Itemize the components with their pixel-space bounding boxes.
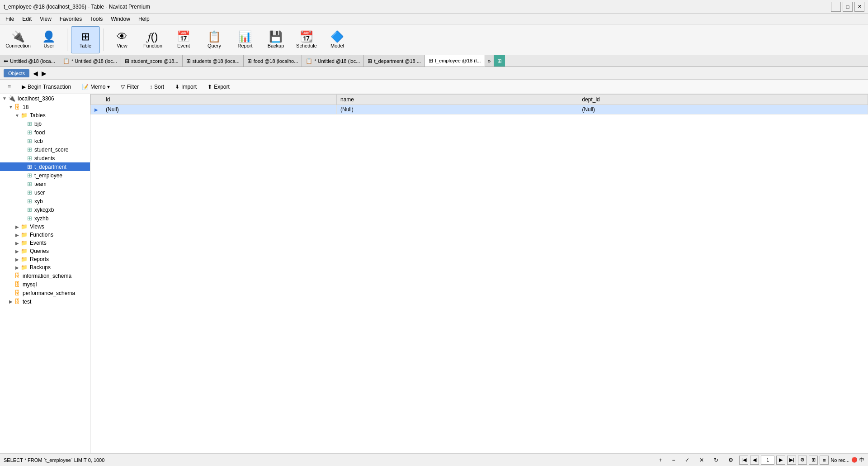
toolbar-backup[interactable]: 💾Backup	[261, 26, 290, 53]
tab-label-tab4: students @18 (loca...	[193, 58, 240, 64]
page-input[interactable]	[761, 456, 774, 465]
sidebar-item-backups[interactable]: ▶📁Backups	[0, 263, 90, 271]
table-row[interactable]: ▶ (Null) (Null) (Null)	[91, 105, 868, 114]
tab-tab6[interactable]: 📋* Untitled @18 (loc...	[302, 55, 364, 67]
toolbar-view[interactable]: 👁View	[108, 26, 137, 53]
tab-tab3[interactable]: ⊞student_score @18...	[121, 55, 183, 67]
tab-profile-button[interactable]: ⊞	[494, 55, 505, 67]
sidebar-item-team[interactable]: ⊞team	[0, 180, 90, 188]
sidebar-item-student_score[interactable]: ⊞student_score	[0, 145, 90, 154]
cell-id[interactable]: (Null)	[102, 105, 337, 114]
tab-icon-tab3: ⊞	[125, 58, 129, 64]
main-layout: ▼🔌localhost_3306▼🗄18▼📁Tables⊞bjb⊞food⊞kc…	[0, 94, 868, 453]
prev-page-button[interactable]: ◀	[750, 456, 759, 465]
col-header-name[interactable]: name	[336, 95, 578, 105]
sidebar-item-t_employee[interactable]: ⊞t_employee	[0, 171, 90, 180]
close-button[interactable]: ✕	[854, 2, 864, 12]
toolbar-table[interactable]: ⊞Table	[71, 26, 100, 53]
menu-item-window[interactable]: Window	[107, 15, 134, 23]
menu-button[interactable]: ≡	[4, 82, 15, 92]
toolbar-user[interactable]: 👤User	[34, 26, 63, 53]
grid-view-button[interactable]: ⊞	[809, 456, 818, 465]
tab-icon-tab7: ⊞	[368, 58, 372, 64]
toolbar-report[interactable]: 📊Report	[231, 26, 259, 53]
memo-button[interactable]: 📝 Memo ▾	[78, 82, 114, 92]
delete-row-button[interactable]: −	[668, 455, 679, 465]
tab-tab8[interactable]: ⊞t_employee @18 (l...	[425, 55, 485, 67]
tab-tab4[interactable]: ⊞students @18 (loca...	[183, 55, 244, 67]
tree-icon-functions: 📁	[21, 232, 28, 238]
tree-arrow-events: ▶	[14, 241, 20, 246]
first-page-button[interactable]: |◀	[739, 456, 748, 465]
model-toolbar-label: Model	[330, 43, 344, 48]
nav-forward-button[interactable]: ▶	[42, 70, 47, 77]
sidebar-item-user[interactable]: ⊞user	[0, 188, 90, 197]
cell-dept-id[interactable]: (Null)	[578, 105, 868, 114]
minimize-button[interactable]: −	[831, 2, 841, 12]
sidebar-item-events[interactable]: ▶📁Events	[0, 239, 90, 247]
sidebar-item-t_department[interactable]: ⊞t_department	[0, 162, 90, 171]
tab-tab2[interactable]: 📋* Untitled @18 (loc...	[59, 55, 121, 67]
sidebar-item-xykcgxb[interactable]: ⊞xykcgxb	[0, 205, 90, 214]
filter-button[interactable]: ▽ Filter	[117, 82, 143, 92]
menu-item-favorites[interactable]: Favorites	[56, 15, 85, 23]
col-header-id[interactable]: id	[102, 95, 337, 105]
export-button[interactable]: ⬆ Export	[203, 82, 234, 92]
tab-tab7[interactable]: ⊞t_department @18 ...	[364, 55, 425, 67]
maximize-button[interactable]: □	[843, 2, 853, 12]
tab-more-button[interactable]: »	[485, 55, 494, 67]
toolbar: 🔌Connection👤User⊞Table👁View𝑓()Function📅E…	[0, 24, 868, 55]
sidebar-item-students[interactable]: ⊞students	[0, 154, 90, 162]
menu-item-edit[interactable]: Edit	[19, 15, 35, 23]
sidebar-item-performance_schema[interactable]: 🗄performance_schema	[0, 289, 90, 297]
tab-tab1[interactable]: ⬅Untitled @18 (loca...	[0, 55, 59, 67]
cell-name[interactable]: (Null)	[336, 105, 578, 114]
sidebar-item-views[interactable]: ▶📁Views	[0, 223, 90, 231]
menu-item-file[interactable]: File	[2, 15, 18, 23]
next-page-button[interactable]: ▶	[776, 456, 785, 465]
sidebar-item-xyb[interactable]: ⊞xyb	[0, 197, 90, 205]
window-title: t_employee @18 (localhost_3306) - Table …	[4, 4, 150, 10]
sidebar-item-reports[interactable]: ▶📁Reports	[0, 255, 90, 263]
sidebar-item-food[interactable]: ⊞food	[0, 128, 90, 137]
toolbar-model[interactable]: 🔷Model	[323, 26, 352, 53]
sidebar-item-mysql[interactable]: 🗄mysql	[0, 280, 90, 289]
sidebar-item-test[interactable]: ▶🗄test	[0, 297, 90, 306]
begin-transaction-button[interactable]: ▶ Begin Transaction	[18, 82, 75, 92]
toolbar-schedule[interactable]: 📆Schedule	[292, 26, 321, 53]
tree-icon-bjb: ⊞	[27, 120, 32, 127]
menu-item-help[interactable]: Help	[135, 15, 153, 23]
refresh-button[interactable]: ↻	[710, 455, 722, 465]
sidebar-item-functions[interactable]: ▶📁Functions	[0, 231, 90, 239]
sidebar-item-xyzhb[interactable]: ⊞xyzhb	[0, 214, 90, 223]
menu-item-view[interactable]: View	[36, 15, 55, 23]
settings-button[interactable]: ⚙	[724, 455, 737, 465]
sort-button[interactable]: ↕ Sort	[146, 82, 168, 92]
toolbar-event[interactable]: 📅Event	[169, 26, 198, 53]
sidebar-item-tables[interactable]: ▼📁Tables	[0, 111, 90, 119]
sidebar-item-kcb[interactable]: ⊞kcb	[0, 137, 90, 145]
objects-button[interactable]: Objects	[4, 69, 29, 77]
tree-label-kcb: kcb	[34, 138, 43, 144]
toolbar-function[interactable]: 𝑓()Function	[138, 26, 167, 53]
nav-back-button[interactable]: ◀	[33, 70, 38, 77]
table-settings-button[interactable]: ⚙	[798, 456, 807, 465]
menu-item-tools[interactable]: Tools	[86, 15, 106, 23]
form-view-button[interactable]: ≡	[820, 456, 829, 465]
confirm-button[interactable]: ✓	[681, 455, 693, 465]
add-row-button[interactable]: +	[655, 455, 666, 465]
toolbar-query[interactable]: 📋Query	[200, 26, 229, 53]
cancel-edit-button[interactable]: ✕	[695, 455, 708, 465]
sidebar-item-db18[interactable]: ▼🗄18	[0, 103, 90, 111]
sidebar-item-localhost[interactable]: ▼🔌localhost_3306	[0, 94, 90, 103]
toolbar-connection[interactable]: 🔌Connection	[4, 26, 33, 53]
import-button[interactable]: ⬇ Import	[171, 82, 201, 92]
user-toolbar-icon: 👤	[42, 31, 56, 42]
tab-tab5[interactable]: ⊞food @18 (localho...	[244, 55, 302, 67]
sidebar-item-information_schema[interactable]: 🗄information_schema	[0, 271, 90, 280]
sidebar-item-queries[interactable]: ▶📁Queries	[0, 247, 90, 255]
function-toolbar-label: Function	[143, 43, 162, 48]
col-header-dept-id[interactable]: dept_id	[578, 95, 868, 105]
sidebar-item-bjb[interactable]: ⊞bjb	[0, 119, 90, 128]
last-page-button[interactable]: ▶|	[787, 456, 796, 465]
